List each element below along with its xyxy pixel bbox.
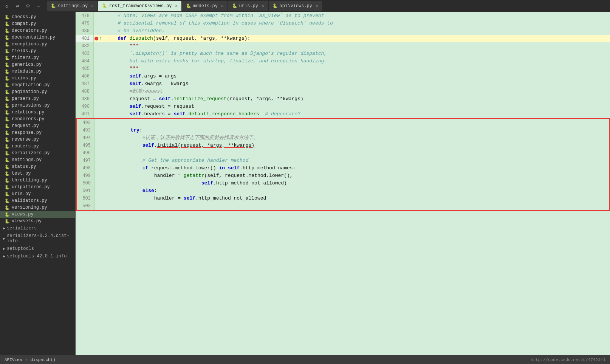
line-indicator bbox=[95, 149, 104, 157]
python-file-icon: 🐍 bbox=[5, 164, 10, 169]
line-indicator bbox=[95, 187, 104, 195]
tab-api-views-py[interactable]: 🐍 api\views.py ✕ bbox=[269, 1, 322, 11]
folder-arrow-icon: ▶ bbox=[3, 246, 5, 251]
python-file-icon: 🐍 bbox=[5, 103, 10, 108]
code-editor[interactable]: 478 # Note: Views are made CSRF exempt f… bbox=[76, 12, 610, 355]
sidebar-item-views-py[interactable]: 🐍 views.py bbox=[0, 211, 75, 218]
folder-serializers-dist[interactable]: ▶ serializers-0.2.4.dist-info bbox=[0, 232, 75, 245]
tab-settings-py[interactable]: 🐍 settings.py ✕ bbox=[47, 1, 98, 11]
sidebar-item-label: checks.py bbox=[12, 14, 36, 20]
code-text: # Get the appropriate handler method bbox=[104, 157, 609, 164]
sidebar-item-pagination-py[interactable]: 🐍 pagination.py bbox=[0, 88, 75, 95]
sidebar-item-request-py[interactable]: 🐍 request.py bbox=[0, 122, 75, 129]
sidebar-item-throttling-py[interactable]: 🐍 throttling.py bbox=[0, 177, 75, 184]
sidebar-item-label: throttling.py bbox=[12, 178, 47, 183]
sidebar-item-response-py[interactable]: 🐍 response.py bbox=[0, 129, 75, 136]
sidebar-item-urlpatterns-py[interactable]: 🐍 urlpatterns.py bbox=[0, 184, 75, 191]
tab-rest-framework-views[interactable]: 🐍 rest_framework\views.py ✕ bbox=[98, 1, 181, 11]
sidebar-item-exceptions-py[interactable]: 🐍 exceptions.py bbox=[0, 41, 75, 48]
code-text: self.initial(request, *args, **kwargs) bbox=[104, 142, 609, 149]
line-indicator bbox=[94, 42, 103, 50]
close-icon[interactable]: ✕ bbox=[316, 3, 318, 8]
sidebar-item-urls-py[interactable]: 🐍 urls.py bbox=[0, 191, 75, 197]
sidebar-item-filters-py[interactable]: 🐍 filters.py bbox=[0, 54, 75, 61]
code-text: self.args = args bbox=[103, 73, 610, 80]
line-indicator bbox=[94, 50, 103, 57]
split-icon[interactable]: ⇌ bbox=[14, 2, 21, 10]
code-line-500: 500 self.http_method_not_allowed) bbox=[77, 180, 609, 187]
python-file-icon: 🐍 bbox=[5, 22, 10, 26]
line-number: 498 bbox=[77, 164, 95, 172]
line-number: 503 bbox=[77, 202, 95, 210]
python-file-icon: 🐍 bbox=[5, 35, 10, 40]
breakpoint-indicator bbox=[94, 37, 98, 40]
sidebar-item-label: fields.py bbox=[12, 48, 36, 54]
sidebar-item-label: request.py bbox=[12, 123, 39, 129]
code-line-495: 495 self.initial(request, *args, **kwarg… bbox=[77, 142, 609, 149]
sidebar-item-generics-py[interactable]: 🐍 generics.py bbox=[0, 61, 75, 68]
sidebar-item-decorators-py[interactable]: 🐍 decorators.py bbox=[0, 27, 75, 34]
folder-setuptools-42[interactable]: ▶ setuptools-42.0.1-info bbox=[0, 252, 75, 260]
sidebar-item-checks-py[interactable]: 🐍 checks.py bbox=[0, 14, 75, 20]
code-line-501: 501 else: bbox=[77, 187, 609, 195]
sidebar-item-permissions-py[interactable]: 🐍 permissions.py bbox=[0, 102, 75, 109]
code-line-489: 489 request = self.initialize_request(re… bbox=[76, 95, 610, 103]
close-icon[interactable]: ✕ bbox=[175, 3, 178, 8]
line-indicator bbox=[95, 180, 104, 187]
sidebar-item-settings-py[interactable]: 🐍 settings.py bbox=[0, 156, 75, 163]
tab-urls-py[interactable]: 🐍 urls.py ✕ bbox=[228, 1, 268, 11]
sidebar-item-renderers-py[interactable]: 🐍 renderers.py bbox=[0, 116, 75, 122]
code-line-486: 486 self.args = args bbox=[76, 73, 610, 80]
python-file-icon: 🐍 bbox=[5, 15, 10, 20]
code-text: handler = self.http_method_not_allowed bbox=[104, 195, 609, 202]
close-icon[interactable]: ✕ bbox=[262, 3, 264, 8]
code-line-493: 493 try: bbox=[77, 127, 609, 134]
sidebar-item-reverse-py[interactable]: 🐍 reverse.py bbox=[0, 136, 75, 143]
python-file-icon: 🐍 bbox=[5, 28, 10, 33]
sidebar-item-mixins-py[interactable]: 🐍 mixins.py bbox=[0, 75, 75, 82]
close-icon[interactable]: ✕ bbox=[91, 3, 94, 8]
sidebar-item-parsers-py[interactable]: 🐍 parsers.py bbox=[0, 95, 75, 102]
code-text: self.kwargs = kwargs bbox=[103, 80, 610, 88]
code-line-484: 484 but with extra hooks for startup, fi… bbox=[76, 57, 610, 65]
sidebar-item-versioning-py[interactable]: 🐍 versioning.py bbox=[0, 204, 75, 211]
folder-serializers[interactable]: ▶ serializers bbox=[0, 225, 75, 232]
line-number: 500 bbox=[77, 180, 95, 187]
line-indicator bbox=[95, 195, 104, 202]
sidebar-item-validators-py[interactable]: 🐍 validators.py bbox=[0, 197, 75, 204]
minimize-icon[interactable]: — bbox=[35, 2, 42, 10]
sidebar-item-serializers-py[interactable]: 🐍 serializers.py bbox=[0, 150, 75, 156]
close-icon[interactable]: ✕ bbox=[221, 3, 224, 8]
code-line-490: 490 self.request = request bbox=[76, 103, 610, 110]
folder-setuptools[interactable]: ▶ setuptools bbox=[0, 245, 75, 252]
sidebar-item-status-py[interactable]: 🐍 status.py bbox=[0, 163, 75, 170]
tab-models-py[interactable]: 🐍 models.py ✕ bbox=[182, 1, 227, 11]
sidebar-item-viewsets-py[interactable]: 🐍 viewsets.py bbox=[0, 218, 75, 225]
code-line-499: 499 handler = getattr(self, request.meth… bbox=[77, 172, 609, 180]
line-indicator bbox=[94, 57, 103, 65]
sidebar-item-routers-py[interactable]: 🐍 routers.py bbox=[0, 143, 75, 150]
sidebar-item-metadata-py[interactable]: 🐍 metadata.py bbox=[0, 68, 75, 75]
python-file-icon: 🐍 bbox=[5, 171, 10, 176]
sidebar-item-test-py[interactable]: 🐍 test.py bbox=[0, 170, 75, 177]
code-text: """ bbox=[103, 42, 610, 50]
line-indicator bbox=[95, 157, 104, 164]
code-text bbox=[104, 149, 609, 157]
python-file-icon: 🐍 bbox=[5, 56, 10, 60]
code-text: # Note: Views are made CSRF exempt from … bbox=[103, 12, 610, 20]
sidebar-item-compat-py[interactable]: 🐍 compat.py bbox=[0, 20, 75, 27]
folder-arrow-icon: ▶ bbox=[3, 254, 5, 259]
code-line-485: 485 """ bbox=[76, 65, 610, 73]
sidebar-item-negotiation-py[interactable]: 🐍 negotiation.py bbox=[0, 82, 75, 88]
sidebar-item-relations-py[interactable]: 🐍 relations.py bbox=[0, 109, 75, 116]
sidebar-item-fields-py[interactable]: 🐍 fields.py bbox=[0, 48, 75, 54]
code-text: `.dispatch()` is pretty much the same as… bbox=[103, 50, 610, 57]
line-number: 479 bbox=[76, 20, 94, 27]
refresh-icon[interactable]: ↻ bbox=[3, 2, 11, 10]
settings-icon[interactable]: ⚙ bbox=[24, 2, 32, 10]
breadcrumb-class: APIView bbox=[5, 358, 22, 362]
tab-icon-group: ↻ ⇌ ⚙ — bbox=[3, 2, 42, 10]
line-number: 488 bbox=[76, 88, 94, 95]
sidebar-item-documentation-py[interactable]: 🐍 documentation.py bbox=[0, 34, 75, 41]
tab-label: models.py bbox=[193, 3, 218, 9]
